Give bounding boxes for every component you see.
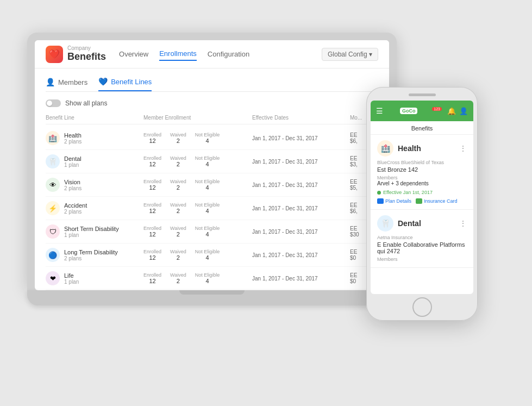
nav-overview[interactable]: Overview bbox=[119, 48, 148, 60]
phone-health-more-icon[interactable]: ⋮ bbox=[459, 144, 467, 153]
phone-outer: ☰ GoCo 123 🔔 👤 Benefits 🏥 Healt bbox=[366, 87, 478, 321]
phone-home-button[interactable] bbox=[412, 297, 432, 317]
table-row[interactable]: ⚡ Accident 2 plans Enrolled 12 Waived 2 … bbox=[46, 197, 378, 220]
laptop: ❤️ Company Benefits Overview Enrollments… bbox=[27, 33, 397, 348]
benefit-icon: 🛡 bbox=[46, 224, 60, 239]
benefit-name: Short Term Disability bbox=[64, 226, 119, 232]
phone-menu-icon[interactable]: ☰ bbox=[376, 107, 383, 115]
benefit-plans: 2 plans bbox=[64, 185, 82, 191]
dates-cell: Jan 1, 2017 - Dec 31, 2017 bbox=[252, 182, 350, 188]
benefit-lines-icon: 💙 bbox=[98, 77, 108, 86]
phone-bell-icon: 🔔 bbox=[447, 107, 456, 115]
waived-item: Waived 2 bbox=[170, 155, 186, 167]
benefits-table: Benefit Line Member Enrollment Effective… bbox=[46, 115, 378, 290]
effective-dot bbox=[377, 191, 381, 195]
enrolled-item: Enrolled 12 bbox=[143, 272, 161, 284]
insurance-card-link[interactable]: Insurance Card bbox=[416, 198, 458, 204]
app-logo: ❤️ Company Benefits bbox=[46, 46, 106, 63]
benefit-name: Accident bbox=[64, 202, 87, 209]
benefit-plans: 1 plan bbox=[64, 162, 82, 168]
dates-cell: Jan 1, 2017 - Dec 31, 2017 bbox=[252, 135, 350, 141]
phone-screen: ☰ GoCo 123 🔔 👤 Benefits 🏥 Healt bbox=[371, 101, 473, 294]
benefit-icon: ❤ bbox=[46, 271, 60, 285]
table-row[interactable]: 🔵 Long Term Disability 2 plans Enrolled … bbox=[46, 243, 378, 267]
enrollment-cell: Enrolled 12 Waived 2 Not Eligible 4 bbox=[143, 272, 252, 284]
benefit-plans: 1 plan bbox=[64, 232, 119, 238]
enrollment-cell: Enrolled 12 Waived 2 Not Eligible 4 bbox=[143, 155, 252, 167]
waived-item: Waived 2 bbox=[170, 179, 186, 191]
benefit-info: Life 1 plan bbox=[64, 272, 79, 285]
benefit-icon: 🏥 bbox=[46, 131, 60, 145]
enrolled-item: Enrolled 12 bbox=[143, 226, 161, 238]
phone-dental-more-icon[interactable]: ⋮ bbox=[459, 219, 467, 228]
not-eligible-item: Not Eligible 4 bbox=[195, 249, 220, 261]
phone-health-icon: 🏥 bbox=[377, 140, 393, 157]
col-effective-dates: Effective Dates bbox=[252, 115, 350, 121]
table-row[interactable]: 🏥 Health 2 plans Enrolled 12 Waived 2 No… bbox=[46, 127, 378, 150]
table-rows: 🏥 Health 2 plans Enrolled 12 Waived 2 No… bbox=[46, 127, 378, 290]
dates-cell: Jan 1, 2017 - Dec 31, 2017 bbox=[252, 229, 350, 235]
app-header: ❤️ Company Benefits Overview Enrollments… bbox=[35, 40, 389, 68]
insurance-card-icon bbox=[416, 198, 422, 204]
phone-health-plan: Est Bronze 142 bbox=[377, 166, 467, 173]
enrolled-item: Enrolled 12 bbox=[143, 249, 161, 261]
benefit-info: Long Term Disability 2 plans bbox=[64, 249, 118, 261]
phone-dental-members-label: Members bbox=[377, 257, 467, 262]
phone-speaker bbox=[409, 93, 436, 96]
phone: ☰ GoCo 123 🔔 👤 Benefits 🏥 Healt bbox=[366, 87, 478, 321]
logo-icon: ❤️ bbox=[46, 46, 63, 63]
benefit-name: Dental bbox=[64, 155, 82, 162]
enrollment-cell: Enrolled 12 Waived 2 Not Eligible 4 bbox=[143, 226, 252, 238]
enrolled-item: Enrolled 12 bbox=[143, 202, 161, 214]
phone-app-bar: ☰ GoCo 123 🔔 👤 bbox=[371, 101, 473, 121]
enrolled-item: Enrolled 12 bbox=[143, 155, 161, 167]
benefit-line-cell: 👁 Vision 2 plans bbox=[46, 178, 143, 192]
benefit-name: Long Term Disability bbox=[64, 249, 118, 255]
phone-health-links: Plan Details Insurance Card bbox=[377, 198, 467, 204]
not-eligible-item: Not Eligible 4 bbox=[195, 132, 220, 144]
enrollment-cell: Enrolled 12 Waived 2 Not Eligible 4 bbox=[143, 249, 252, 261]
benefit-icon: 🔵 bbox=[46, 248, 60, 262]
waived-item: Waived 2 bbox=[170, 249, 186, 261]
benefit-plans: 1 plan bbox=[64, 279, 79, 285]
benefit-icon: ⚡ bbox=[46, 201, 60, 215]
tab-members[interactable]: 👤 Members bbox=[46, 77, 87, 91]
benefit-line-cell: 🛡 Short Term Disability 1 plan bbox=[46, 224, 143, 239]
phone-dental-card: 🦷 Dental ⋮ Aetna Insurance E Enable Coll… bbox=[371, 210, 473, 268]
enrolled-item: Enrolled 12 bbox=[143, 179, 161, 191]
tab-benefit-lines[interactable]: 💙 Benefit Lines bbox=[98, 77, 152, 91]
table-row[interactable]: 🦷 Dental 1 plan Enrolled 12 Waived 2 Not… bbox=[46, 150, 378, 173]
phone-health-insurer: BlueCross BlueShield of Texas bbox=[377, 160, 467, 165]
plan-details-link[interactable]: Plan Details bbox=[377, 198, 411, 204]
show-all-toggle[interactable]: Show all plans bbox=[46, 99, 378, 107]
plan-details-icon bbox=[377, 198, 384, 204]
phone-health-card-header: 🏥 Health ⋮ bbox=[377, 140, 467, 157]
nav-enrollments[interactable]: Enrollments bbox=[159, 47, 197, 61]
app-title: Benefits bbox=[67, 51, 106, 63]
not-eligible-item: Not Eligible 4 bbox=[195, 179, 220, 191]
table-row[interactable]: 👁 Vision 2 plans Enrolled 12 Waived 2 No… bbox=[46, 173, 378, 197]
global-config-button[interactable]: Global Config ▾ bbox=[322, 48, 378, 61]
not-eligible-item: Not Eligible 4 bbox=[195, 226, 220, 238]
benefit-icon: 👁 bbox=[46, 178, 60, 192]
benefit-plans: 2 plans bbox=[64, 209, 87, 215]
dates-cell: Jan 1, 2017 - Dec 31, 2017 bbox=[252, 159, 350, 165]
phone-health-members-value: Arvel + 3 dependents bbox=[377, 180, 467, 186]
benefit-info: Dental 1 plan bbox=[64, 155, 82, 168]
phone-notif-badge: 123 bbox=[432, 107, 442, 111]
toggle-switch[interactable] bbox=[46, 99, 61, 107]
phone-dental-title-area: 🦷 Dental bbox=[377, 215, 421, 232]
nav-configuration[interactable]: Configuration bbox=[208, 48, 249, 60]
col-member-enrollment: Member Enrollment bbox=[143, 115, 252, 121]
benefit-name: Health bbox=[64, 132, 82, 139]
benefit-line-cell: 🏥 Health 2 plans bbox=[46, 131, 143, 145]
dates-cell: Jan 1, 2017 - Dec 31, 2017 bbox=[252, 252, 350, 258]
dates-cell: Jan 1, 2017 - Dec 31, 2017 bbox=[252, 205, 350, 211]
app-nav: Overview Enrollments Configuration bbox=[119, 47, 322, 61]
table-row[interactable]: ❤ Life 1 plan Enrolled 12 Waived 2 Not E… bbox=[46, 267, 378, 290]
waived-item: Waived 2 bbox=[170, 226, 186, 238]
phone-avatar-icon: 👤 bbox=[459, 107, 468, 115]
laptop-outer: ❤️ Company Benefits Overview Enrollments… bbox=[27, 33, 397, 290]
table-row[interactable]: 🛡 Short Term Disability 1 plan Enrolled … bbox=[46, 220, 378, 243]
benefit-name: Life bbox=[64, 272, 79, 279]
